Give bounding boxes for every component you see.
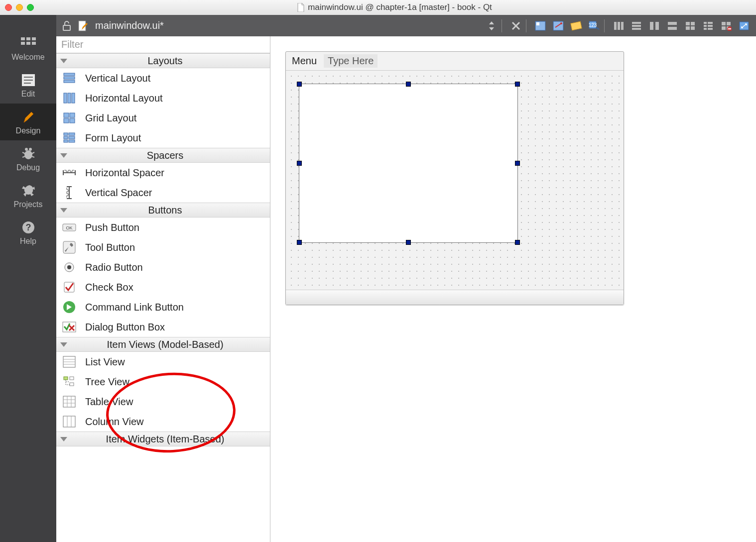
widget-label: Tool Button: [85, 242, 135, 253]
layout-grid-icon[interactable]: [683, 19, 697, 33]
resize-handle[interactable]: [297, 82, 302, 87]
layout-vsplit-icon[interactable]: [665, 19, 679, 33]
widget-label: Form Layout: [85, 132, 141, 144]
resize-handle[interactable]: [515, 82, 520, 87]
widget-label: Push Button: [85, 222, 139, 233]
window-zoom-button[interactable]: [27, 4, 34, 11]
widget-form-layout[interactable]: Form Layout: [56, 128, 270, 148]
category-item-views[interactable]: Item Views (Model-Based): [56, 337, 270, 352]
filter-input[interactable]: [56, 36, 270, 53]
mode-bar: Welcome Edit Design Debug Projects ? Hel…: [0, 15, 56, 542]
widget-grid-layout[interactable]: Grid Layout: [56, 108, 270, 128]
mode-label: Help: [20, 237, 36, 245]
widget-label: Tree View: [85, 376, 129, 388]
window-title: mainwindow.ui @ chapter-1a [master] - bo…: [308, 2, 492, 12]
mode-debug[interactable]: Debug: [0, 140, 56, 177]
widget-command-link-button[interactable]: Command Link Button: [56, 297, 270, 317]
widget-label: Horizontal Spacer: [85, 167, 164, 179]
lock-icon[interactable]: [61, 20, 72, 31]
svg-rect-30: [621, 22, 624, 30]
form-menubar[interactable]: Menu Type Here: [286, 52, 624, 71]
stepper-icon[interactable]: [485, 19, 499, 33]
svg-point-77: [67, 265, 71, 269]
edit-file-icon[interactable]: [76, 19, 90, 33]
svg-rect-37: [668, 22, 677, 25]
category-buttons[interactable]: Buttons: [56, 203, 270, 217]
widget-tool-button[interactable]: Tool Button: [56, 237, 270, 257]
svg-rect-44: [704, 22, 707, 24]
svg-rect-57: [64, 73, 75, 76]
edit-buddies-icon[interactable]: [569, 19, 583, 33]
window-close-button[interactable]: [5, 4, 12, 11]
layout-form-icon[interactable]: [701, 19, 715, 33]
close-icon[interactable]: [509, 19, 523, 33]
mode-label: Design: [16, 126, 41, 135]
form-preview[interactable]: Menu Type Here: [285, 51, 624, 305]
mode-projects[interactable]: Projects: [0, 177, 56, 214]
mode-welcome[interactable]: Welcome: [0, 30, 56, 67]
svg-rect-5: [32, 42, 36, 45]
widget-column-view[interactable]: Column View: [56, 412, 270, 432]
svg-line-14: [31, 156, 34, 157]
resize-handle[interactable]: [515, 161, 520, 166]
svg-rect-25: [571, 21, 582, 30]
layout-hsplit-icon[interactable]: [647, 19, 661, 33]
svg-rect-88: [63, 396, 75, 407]
category-label: Spacers: [72, 150, 258, 161]
category-item-widgets[interactable]: Item Widgets (Item-Based): [56, 432, 270, 446]
resize-handle[interactable]: [515, 240, 520, 245]
widget-vertical-spacer[interactable]: Vertical Spacer: [56, 183, 270, 203]
break-layout-icon[interactable]: [719, 19, 733, 33]
widget-horizontal-spacer[interactable]: Horizontal Spacer: [56, 163, 270, 183]
selected-widget[interactable]: [299, 84, 518, 243]
layout-h-icon[interactable]: [612, 19, 626, 33]
widget-label: Vertical Layout: [85, 73, 150, 84]
widget-table-view[interactable]: Table View: [56, 392, 270, 412]
category-layouts[interactable]: Layouts: [56, 53, 270, 68]
resize-handle[interactable]: [297, 240, 302, 245]
category-spacers[interactable]: Spacers: [56, 148, 270, 163]
mode-help[interactable]: ? Help: [0, 214, 56, 251]
adjust-size-icon[interactable]: [737, 19, 751, 33]
edit-widgets-icon[interactable]: [533, 19, 547, 33]
svg-rect-47: [708, 25, 713, 27]
svg-rect-3: [21, 42, 25, 45]
window-minimize-button[interactable]: [16, 4, 23, 11]
svg-rect-59: [64, 80, 75, 83]
resize-handle[interactable]: [297, 161, 302, 166]
mode-design[interactable]: Design: [0, 104, 56, 140]
svg-rect-62: [72, 93, 75, 103]
widget-check-box[interactable]: Check Box: [56, 277, 270, 297]
widget-label: List View: [85, 356, 125, 368]
widget-push-button[interactable]: OKPush Button: [56, 217, 270, 237]
svg-point-15: [25, 148, 28, 151]
edit-taborder-icon[interactable]: 123: [587, 19, 601, 33]
edit-signals-icon[interactable]: [551, 19, 565, 33]
resize-handle[interactable]: [406, 240, 411, 245]
widget-horizontal-layout[interactable]: Horizontal Layout: [56, 88, 270, 108]
resize-handle[interactable]: [406, 82, 411, 87]
svg-rect-72: [69, 140, 75, 142]
titlebar: mainwindow.ui @ chapter-1a [master] - bo…: [0, 0, 756, 15]
layout-v-icon[interactable]: [630, 19, 643, 33]
menu-item[interactable]: Menu: [292, 55, 317, 67]
svg-rect-1: [26, 37, 30, 40]
widget-label: Check Box: [85, 282, 133, 293]
widget-tree-view[interactable]: Tree View: [56, 372, 270, 392]
widget-radio-button[interactable]: Radio Button: [56, 257, 270, 277]
svg-rect-50: [722, 22, 726, 25]
widget-label: Column View: [85, 416, 143, 428]
mode-edit[interactable]: Edit: [0, 67, 56, 104]
svg-rect-28: [614, 22, 617, 30]
menu-type-here[interactable]: Type Here: [324, 54, 378, 68]
mode-label: Projects: [14, 200, 43, 209]
document-icon: [297, 3, 305, 12]
svg-text:123: 123: [589, 22, 597, 28]
svg-rect-38: [668, 27, 677, 30]
widget-list-view[interactable]: List View: [56, 352, 270, 372]
svg-text:?: ?: [25, 222, 31, 232]
widget-box: Layouts Vertical Layout Horizontal Layou…: [56, 36, 270, 542]
widget-dialog-button-box[interactable]: Dialog Button Box: [56, 317, 270, 337]
form-canvas[interactable]: Menu Type Here: [270, 36, 756, 542]
widget-vertical-layout[interactable]: Vertical Layout: [56, 68, 270, 88]
